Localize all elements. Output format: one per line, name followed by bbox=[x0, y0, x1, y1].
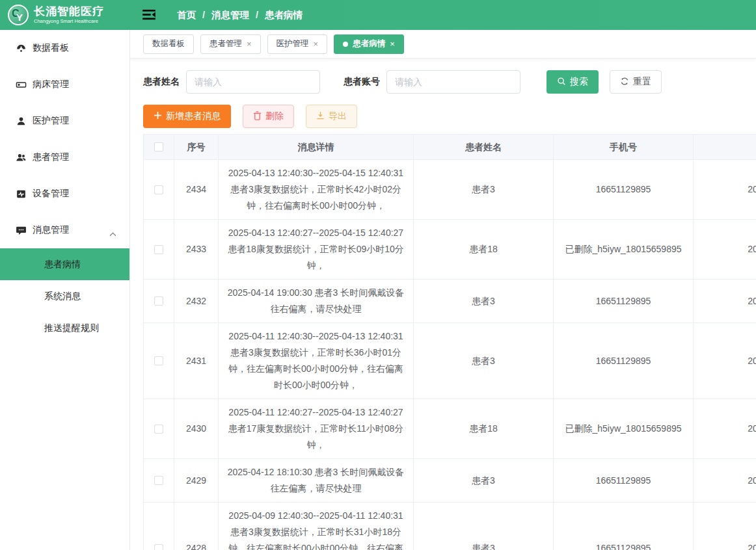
close-icon[interactable]: × bbox=[314, 39, 319, 49]
sidebar: 数据看板 病床管理 医护管理 患者管理 设备管理 消息管理 患者病情 bbox=[0, 30, 130, 550]
cell-seq: 2431 bbox=[174, 323, 219, 399]
sidebar-item-label: 数据看板 bbox=[33, 42, 69, 54]
table-row: 2433 2025-04-13 12:40:27--2025-04-15 12:… bbox=[144, 220, 756, 280]
cell-detail: 2025-04-14 19:00:30 患者3 长时间佩戴设备往右偏离，请尽快处… bbox=[219, 280, 414, 322]
device-monitor-icon bbox=[16, 189, 27, 200]
breadcrumb-message-mgmt[interactable]: 消息管理 bbox=[211, 9, 249, 21]
sidebar-subitem-label: 系统消息 bbox=[44, 291, 81, 302]
search-button-label: 搜索 bbox=[570, 76, 588, 88]
search-button[interactable]: 搜索 bbox=[547, 70, 599, 94]
download-icon bbox=[316, 111, 325, 122]
tab-patient-mgmt[interactable]: 患者管理 × bbox=[200, 34, 261, 54]
patient-name-label: 患者姓名 bbox=[143, 76, 180, 88]
sidebar-item-label: 病床管理 bbox=[33, 79, 69, 90]
breadcrumb-home[interactable]: 首页 bbox=[177, 9, 196, 21]
cell-detail: 2025-04-12 18:10:30 患者3 长时间佩戴设备往左偏离，请尽快处… bbox=[219, 459, 414, 502]
row-checkbox[interactable] bbox=[154, 245, 163, 254]
cell-extra: 202 bbox=[694, 459, 756, 502]
cell-patient-name: 患者18 bbox=[414, 220, 554, 279]
tab-bar: 数据看板 患者管理 × 医护管理 × 患者病情 × bbox=[130, 30, 756, 59]
patient-name-input[interactable] bbox=[186, 70, 320, 94]
tab-label: 患者管理 bbox=[209, 38, 242, 49]
add-button-label: 新增患者消息 bbox=[166, 111, 221, 122]
cell-seq: 2430 bbox=[174, 399, 219, 458]
cell-patient-name: 患者3 bbox=[414, 459, 554, 502]
active-dot-icon bbox=[343, 42, 348, 47]
logo-icon: C Y bbox=[8, 5, 29, 25]
tab-label: 医护管理 bbox=[277, 38, 309, 49]
sidebar-item-message-mgmt[interactable]: 消息管理 bbox=[0, 212, 129, 248]
sidebar-item-patient-mgmt[interactable]: 患者管理 bbox=[0, 139, 129, 176]
cell-phone: 16651129895 bbox=[554, 503, 694, 550]
patient-account-label: 患者账号 bbox=[344, 76, 380, 88]
dashboard-icon bbox=[16, 43, 27, 54]
row-checkbox[interactable] bbox=[154, 356, 163, 365]
reset-button[interactable]: 重置 bbox=[610, 70, 662, 94]
close-icon[interactable]: × bbox=[390, 39, 395, 49]
filter-bar: 患者姓名 患者账号 搜索 重置 bbox=[143, 70, 756, 94]
sidebar-subitem-patient-condition[interactable]: 患者病情 bbox=[0, 248, 129, 280]
sidebar-item-device-mgmt[interactable]: 设备管理 bbox=[0, 176, 129, 212]
table-row: 2428 2025-04-09 12:40:30--2025-04-11 12:… bbox=[144, 503, 756, 550]
tab-dashboard[interactable]: 数据看板 bbox=[143, 34, 194, 54]
sidebar-item-label: 消息管理 bbox=[33, 224, 69, 236]
delete-button[interactable]: 删除 bbox=[243, 105, 294, 128]
column-header-patient-name: 患者姓名 bbox=[414, 135, 554, 159]
plus-icon bbox=[154, 111, 162, 122]
message-bubble-icon bbox=[16, 225, 27, 236]
bed-icon bbox=[16, 79, 27, 90]
cell-seq: 2433 bbox=[174, 220, 219, 279]
cell-patient-name: 患者3 bbox=[414, 280, 554, 322]
row-checkbox[interactable] bbox=[154, 185, 163, 194]
main-content: 数据看板 患者管理 × 医护管理 × 患者病情 × 患者姓名 患者账号 搜索 bbox=[130, 30, 756, 550]
cell-phone: 已删除_h5iyw_18015659895 bbox=[554, 399, 694, 458]
tab-patient-condition[interactable]: 患者病情 × bbox=[334, 34, 404, 54]
cell-extra: 202 bbox=[694, 399, 756, 458]
cell-extra: 202 bbox=[694, 280, 756, 322]
cell-patient-name: 患者18 bbox=[414, 399, 554, 458]
sidebar-subitem-system-message[interactable]: 系统消息 bbox=[0, 280, 129, 312]
brand-logo: C Y 长涌智能医疗 Changyong Smart Healthcare bbox=[0, 0, 130, 30]
table-row: 2429 2025-04-12 18:10:30 患者3 长时间佩戴设备往左偏离… bbox=[144, 459, 756, 503]
row-checkbox[interactable] bbox=[154, 544, 163, 550]
refresh-icon bbox=[620, 77, 629, 88]
export-button[interactable]: 导出 bbox=[306, 105, 357, 128]
message-table: 序号 消息详情 患者姓名 手机号 2434 2025-04-13 12:40:3… bbox=[143, 134, 756, 550]
sidebar-subitem-label: 患者病情 bbox=[44, 259, 81, 270]
cell-extra: 202 bbox=[694, 503, 756, 550]
cell-seq: 2429 bbox=[174, 459, 219, 502]
select-all-checkbox[interactable] bbox=[154, 142, 163, 151]
row-checkbox[interactable] bbox=[154, 296, 163, 306]
export-button-label: 导出 bbox=[329, 111, 347, 122]
row-checkbox[interactable] bbox=[154, 425, 163, 434]
cell-patient-name: 患者3 bbox=[414, 323, 554, 399]
column-header-seq: 序号 bbox=[174, 135, 219, 159]
sidebar-item-label: 患者管理 bbox=[33, 151, 69, 163]
sidebar-item-medical-staff[interactable]: 医护管理 bbox=[0, 103, 129, 139]
add-patient-message-button[interactable]: 新增患者消息 bbox=[143, 105, 231, 128]
sidebar-subitem-push-rules[interactable]: 推送提醒规则 bbox=[0, 312, 129, 344]
patient-account-input[interactable] bbox=[386, 70, 520, 94]
cell-phone: 已删除_h5iyw_18015659895 bbox=[554, 220, 694, 279]
table-header-row: 序号 消息详情 患者姓名 手机号 bbox=[144, 135, 756, 160]
breadcrumb-patient-condition[interactable]: 患者病情 bbox=[265, 9, 303, 21]
cell-detail: 2025-04-11 12:40:27--2025-04-13 12:40:27… bbox=[219, 399, 414, 458]
sidebar-item-dashboard[interactable]: 数据看板 bbox=[0, 30, 129, 66]
row-checkbox[interactable] bbox=[154, 476, 163, 485]
close-icon[interactable]: × bbox=[247, 39, 252, 49]
table-row: 2431 2025-04-11 12:40:30--2025-04-13 12:… bbox=[144, 323, 756, 399]
search-icon bbox=[557, 77, 566, 88]
action-bar: 新增患者消息 删除 导出 bbox=[143, 105, 756, 128]
reset-button-label: 重置 bbox=[633, 76, 651, 88]
cell-extra: 202 bbox=[694, 323, 756, 399]
menu-collapse-icon[interactable] bbox=[142, 9, 156, 21]
sidebar-item-bed-mgmt[interactable]: 病床管理 bbox=[0, 66, 129, 103]
table-row: 2432 2025-04-14 19:00:30 患者3 长时间佩戴设备往右偏离… bbox=[144, 280, 756, 323]
column-header-extra bbox=[694, 135, 756, 159]
brand-subtitle: Changyong Smart Healthcare bbox=[34, 19, 104, 24]
breadcrumb-separator: / bbox=[202, 10, 205, 20]
tab-medical-staff[interactable]: 医护管理 × bbox=[267, 34, 328, 54]
sidebar-item-label: 设备管理 bbox=[33, 188, 69, 200]
column-header-detail: 消息详情 bbox=[219, 135, 414, 159]
cell-phone: 16651129895 bbox=[554, 160, 694, 219]
